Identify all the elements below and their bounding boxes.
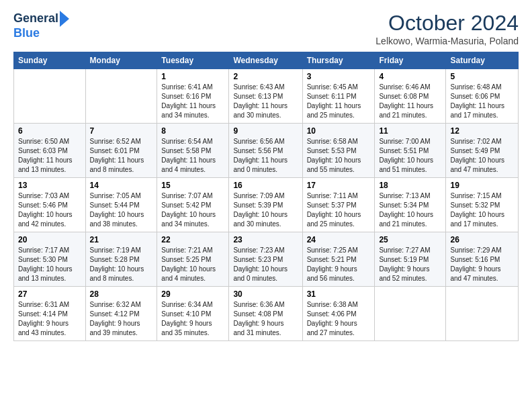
day-number: 19 — [450, 181, 514, 190]
day-cell: 7Sunrise: 6:52 AM Sunset: 6:01 PM Daylig… — [85, 124, 157, 178]
day-info: Sunrise: 6:56 AM Sunset: 5:56 PM Dayligh… — [233, 138, 287, 173]
day-number: 10 — [307, 126, 371, 136]
day-info: Sunrise: 6:36 AM Sunset: 4:08 PM Dayligh… — [233, 301, 284, 336]
day-info: Sunrise: 6:52 AM Sunset: 6:01 PM Dayligh… — [90, 138, 144, 173]
month-title: October 2024 — [375, 11, 519, 36]
day-cell: 20Sunrise: 7:17 AM Sunset: 5:30 PM Dayli… — [14, 232, 86, 287]
day-number: 27 — [18, 289, 81, 299]
day-info: Sunrise: 7:11 AM Sunset: 5:37 PM Dayligh… — [307, 192, 361, 228]
day-info: Sunrise: 6:34 AM Sunset: 4:10 PM Dayligh… — [161, 301, 212, 336]
day-number: 18 — [379, 181, 441, 190]
day-number: 22 — [161, 235, 224, 244]
day-cell — [375, 287, 446, 341]
day-number: 20 — [18, 235, 81, 244]
day-info: Sunrise: 6:46 AM Sunset: 6:08 PM Dayligh… — [379, 83, 433, 119]
day-number: 28 — [90, 289, 153, 299]
day-cell: 3Sunrise: 6:45 AM Sunset: 6:11 PM Daylig… — [302, 69, 375, 124]
day-info: Sunrise: 6:54 AM Sunset: 5:58 PM Dayligh… — [161, 138, 216, 173]
day-number: 13 — [18, 181, 81, 190]
day-info: Sunrise: 6:43 AM Sunset: 6:13 PM Dayligh… — [233, 83, 287, 119]
day-cell: 27Sunrise: 6:31 AM Sunset: 4:14 PM Dayli… — [14, 287, 86, 341]
col-header-friday: Friday — [375, 52, 446, 69]
day-info: Sunrise: 6:32 AM Sunset: 4:12 PM Dayligh… — [90, 301, 141, 336]
day-cell: 21Sunrise: 7:19 AM Sunset: 5:28 PM Dayli… — [85, 232, 157, 287]
day-cell — [446, 287, 519, 341]
day-info: Sunrise: 6:45 AM Sunset: 6:11 PM Dayligh… — [307, 83, 361, 119]
day-info: Sunrise: 7:13 AM Sunset: 5:34 PM Dayligh… — [379, 192, 433, 228]
day-number: 31 — [307, 289, 371, 299]
day-cell: 19Sunrise: 7:15 AM Sunset: 5:32 PM Dayli… — [446, 178, 519, 232]
week-row-1: 1Sunrise: 6:41 AM Sunset: 6:16 PM Daylig… — [14, 69, 519, 124]
day-cell — [85, 69, 157, 124]
day-number: 11 — [379, 126, 441, 136]
day-number: 29 — [161, 289, 224, 299]
day-cell — [14, 69, 86, 124]
title-block: October 2024 Lelkowo, Warmia-Masuria, Po… — [375, 11, 519, 46]
day-info: Sunrise: 7:15 AM Sunset: 5:32 PM Dayligh… — [450, 192, 504, 228]
day-info: Sunrise: 7:17 AM Sunset: 5:30 PM Dayligh… — [18, 246, 73, 282]
day-number: 30 — [233, 289, 298, 299]
day-cell: 22Sunrise: 7:21 AM Sunset: 5:25 PM Dayli… — [157, 232, 229, 287]
day-info: Sunrise: 6:38 AM Sunset: 4:06 PM Dayligh… — [307, 301, 358, 336]
day-cell: 30Sunrise: 6:36 AM Sunset: 4:08 PM Dayli… — [229, 287, 302, 341]
day-info: Sunrise: 6:41 AM Sunset: 6:16 PM Dayligh… — [161, 83, 216, 119]
day-info: Sunrise: 7:00 AM Sunset: 5:51 PM Dayligh… — [379, 138, 433, 173]
day-cell: 1Sunrise: 6:41 AM Sunset: 6:16 PM Daylig… — [157, 69, 229, 124]
day-cell: 14Sunrise: 7:05 AM Sunset: 5:44 PM Dayli… — [85, 178, 157, 232]
logo-general: General — [13, 12, 58, 26]
day-number: 14 — [90, 181, 153, 190]
week-row-5: 27Sunrise: 6:31 AM Sunset: 4:14 PM Dayli… — [14, 287, 519, 341]
day-number: 24 — [307, 235, 371, 244]
day-cell: 31Sunrise: 6:38 AM Sunset: 4:06 PM Dayli… — [302, 287, 375, 341]
day-cell: 10Sunrise: 6:58 AM Sunset: 5:53 PM Dayli… — [302, 124, 375, 178]
day-info: Sunrise: 7:25 AM Sunset: 5:21 PM Dayligh… — [307, 246, 358, 282]
day-info: Sunrise: 7:19 AM Sunset: 5:28 PM Dayligh… — [90, 246, 144, 282]
day-number: 16 — [233, 181, 298, 190]
day-cell: 24Sunrise: 7:25 AM Sunset: 5:21 PM Dayli… — [302, 232, 375, 287]
page: General Blue October 2024 Lelkowo, Warmi… — [0, 0, 532, 348]
day-cell: 8Sunrise: 6:54 AM Sunset: 5:58 PM Daylig… — [157, 124, 229, 178]
day-cell: 4Sunrise: 6:46 AM Sunset: 6:08 PM Daylig… — [375, 69, 446, 124]
week-row-4: 20Sunrise: 7:17 AM Sunset: 5:30 PM Dayli… — [14, 232, 519, 287]
day-info: Sunrise: 7:23 AM Sunset: 5:23 PM Dayligh… — [233, 246, 287, 282]
day-cell: 2Sunrise: 6:43 AM Sunset: 6:13 PM Daylig… — [229, 69, 302, 124]
col-header-saturday: Saturday — [446, 52, 519, 69]
calendar-table: SundayMondayTuesdayWednesdayThursdayFrid… — [13, 52, 519, 341]
day-cell: 28Sunrise: 6:32 AM Sunset: 4:12 PM Dayli… — [85, 287, 157, 341]
day-number: 6 — [18, 126, 81, 136]
day-cell: 9Sunrise: 6:56 AM Sunset: 5:56 PM Daylig… — [229, 124, 302, 178]
day-cell: 12Sunrise: 7:02 AM Sunset: 5:49 PM Dayli… — [446, 124, 519, 178]
day-info: Sunrise: 7:03 AM Sunset: 5:46 PM Dayligh… — [18, 192, 73, 228]
day-number: 17 — [307, 181, 371, 190]
day-number: 4 — [379, 72, 441, 81]
day-number: 25 — [379, 235, 441, 244]
header: General Blue October 2024 Lelkowo, Warmi… — [13, 11, 519, 46]
location: Lelkowo, Warmia-Masuria, Poland — [375, 36, 519, 46]
day-number: 9 — [233, 126, 298, 136]
day-cell: 23Sunrise: 7:23 AM Sunset: 5:23 PM Dayli… — [229, 232, 302, 287]
day-info: Sunrise: 7:21 AM Sunset: 5:25 PM Dayligh… — [161, 246, 216, 282]
logo: General Blue — [13, 11, 73, 40]
col-header-thursday: Thursday — [302, 52, 375, 69]
day-cell: 18Sunrise: 7:13 AM Sunset: 5:34 PM Dayli… — [375, 178, 446, 232]
day-cell: 11Sunrise: 7:00 AM Sunset: 5:51 PM Dayli… — [375, 124, 446, 178]
day-info: Sunrise: 6:31 AM Sunset: 4:14 PM Dayligh… — [18, 301, 69, 336]
svg-marker-0 — [60, 11, 69, 27]
day-cell: 15Sunrise: 7:07 AM Sunset: 5:42 PM Dayli… — [157, 178, 229, 232]
day-number: 23 — [233, 235, 298, 244]
day-cell: 29Sunrise: 6:34 AM Sunset: 4:10 PM Dayli… — [157, 287, 229, 341]
logo-blue: Blue — [13, 27, 73, 40]
day-cell: 16Sunrise: 7:09 AM Sunset: 5:39 PM Dayli… — [229, 178, 302, 232]
day-info: Sunrise: 7:05 AM Sunset: 5:44 PM Dayligh… — [90, 192, 144, 228]
day-cell: 6Sunrise: 6:50 AM Sunset: 6:03 PM Daylig… — [14, 124, 86, 178]
week-row-3: 13Sunrise: 7:03 AM Sunset: 5:46 PM Dayli… — [14, 178, 519, 232]
day-info: Sunrise: 6:58 AM Sunset: 5:53 PM Dayligh… — [307, 138, 361, 173]
week-row-2: 6Sunrise: 6:50 AM Sunset: 6:03 PM Daylig… — [14, 124, 519, 178]
day-number: 26 — [450, 235, 514, 244]
col-header-tuesday: Tuesday — [157, 52, 229, 69]
col-header-wednesday: Wednesday — [229, 52, 302, 69]
day-number: 12 — [450, 126, 514, 136]
day-number: 5 — [450, 72, 514, 81]
day-cell: 17Sunrise: 7:11 AM Sunset: 5:37 PM Dayli… — [302, 178, 375, 232]
day-info: Sunrise: 7:07 AM Sunset: 5:42 PM Dayligh… — [161, 192, 216, 228]
